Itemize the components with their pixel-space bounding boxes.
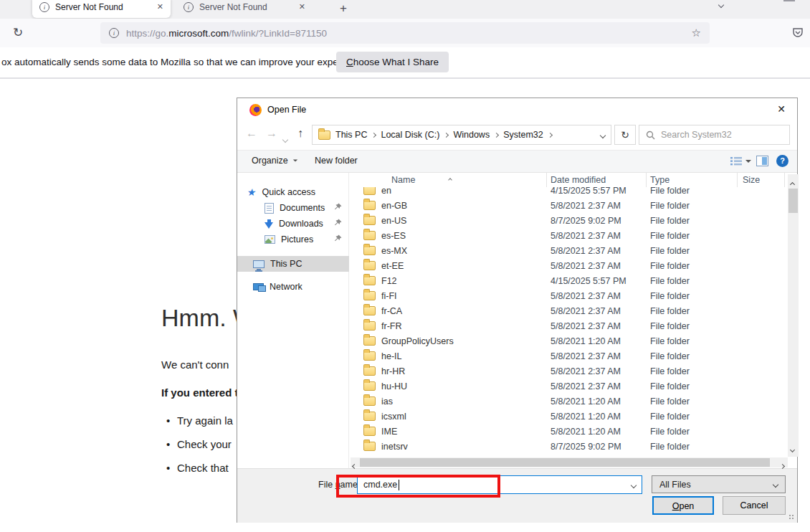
tab-close-icon[interactable]: ✕ <box>299 2 305 11</box>
sidebar-item-pictures[interactable]: Pictures <box>237 232 349 247</box>
file-row[interactable]: es-MX 5/8/2021 2:37 AM File folder <box>349 243 788 258</box>
file-row[interactable]: en 4/15/2025 5:57 PM File folder <box>349 187 788 198</box>
file-row[interactable]: IME 5/8/2021 1:20 AM File folder <box>349 424 788 439</box>
folder-icon <box>363 351 376 361</box>
tab-close-icon[interactable]: ✕ <box>157 2 163 11</box>
file-name: hr-HR <box>381 366 405 376</box>
sidebar-item-network[interactable]: Network <box>237 279 349 295</box>
scroll-up-icon[interactable] <box>791 179 794 189</box>
folder-icon <box>363 201 376 210</box>
list-item: Check your <box>177 438 233 450</box>
minimize-icon[interactable] <box>783 0 795 1</box>
annotation-red-box <box>336 475 500 498</box>
cancel-button[interactable]: Cancel <box>723 496 786 515</box>
change-view-button[interactable] <box>730 156 751 166</box>
forward-icon[interactable]: → <box>266 127 277 140</box>
resize-grip-icon[interactable] <box>789 515 795 521</box>
breadcrumb[interactable]: This PCLocal Disk (C:)WindowsSystem32 <box>312 125 611 145</box>
column-header-type[interactable]: Type <box>647 173 738 187</box>
file-name-dropdown-icon[interactable] <box>632 480 636 490</box>
file-list-area: Name Date modified Type Size en 4/15/202… <box>349 173 799 468</box>
site-info-icon[interactable]: i <box>109 28 119 38</box>
breadcrumb-item[interactable]: System32 <box>503 130 543 140</box>
file-name: en <box>381 187 391 196</box>
file-type: File folder <box>647 246 738 256</box>
folder-icon <box>363 306 376 315</box>
breadcrumb-item[interactable]: Windows <box>453 130 490 140</box>
file-type-select[interactable]: All Files <box>652 475 786 493</box>
sidebar-item-downloads[interactable]: Downloads <box>237 216 349 232</box>
scroll-down-icon[interactable] <box>791 444 794 454</box>
tab-server-not-found-inactive[interactable]: i Server Not Found ✕ <box>176 0 313 18</box>
preview-pane-button[interactable] <box>756 156 768 166</box>
file-row[interactable]: et-EE 5/8/2021 2:37 AM File folder <box>349 258 788 273</box>
pocket-icon[interactable] <box>791 26 804 42</box>
vertical-scrollbar[interactable] <box>788 174 799 457</box>
sidebar-item-quick-access[interactable]: ★ Quick access <box>237 184 349 200</box>
vertical-scrollbar-thumb[interactable] <box>788 189 798 213</box>
sidebar-item-documents[interactable]: Documents <box>237 200 349 216</box>
column-header-date-modified[interactable]: Date modified <box>547 173 647 187</box>
file-name: ias <box>381 396 393 407</box>
breadcrumb-item[interactable]: Local Disk (C:) <box>381 130 439 140</box>
file-row[interactable]: icsxml 5/8/2021 1:20 AM File folder <box>349 409 788 424</box>
sidebar-item-this-pc[interactable]: This PC <box>237 256 349 272</box>
file-row[interactable]: he-IL 5/8/2021 2:37 AM File folder <box>349 348 788 364</box>
up-icon[interactable]: ↑ <box>297 127 303 140</box>
file-row[interactable]: fr-CA 5/8/2021 2:37 AM File folder <box>349 303 788 318</box>
dialog-toolbar: Organize New folder ? <box>237 150 797 173</box>
new-folder-button[interactable]: New folder <box>315 156 358 166</box>
search-box[interactable]: Search System32 <box>639 125 790 145</box>
dialog-title-bar[interactable]: Open File ✕ <box>237 98 797 122</box>
scroll-left-icon[interactable] <box>353 460 356 470</box>
file-row[interactable]: F12 4/15/2025 5:57 PM File folder <box>349 273 788 288</box>
file-type: File folder <box>647 216 738 226</box>
breadcrumb-chevron-icon[interactable] <box>444 133 448 137</box>
folder-icon <box>363 336 376 346</box>
tab-server-not-found-active[interactable]: i Server Not Found ✕ <box>32 0 171 18</box>
folder-icon <box>363 216 376 225</box>
breadcrumb-item[interactable]: This PC <box>335 130 367 140</box>
refresh-icon[interactable]: ↻ <box>614 125 636 145</box>
file-row[interactable]: en-GB 5/8/2021 2:37 AM File folder <box>349 198 788 213</box>
open-button[interactable]: Open <box>652 496 714 515</box>
file-row[interactable]: inetsrv 8/7/2025 9:02 PM File folder <box>349 439 788 454</box>
column-headers: Name Date modified Type Size <box>349 173 788 187</box>
breadcrumb-chevron-icon[interactable] <box>495 133 498 137</box>
recent-locations-icon[interactable] <box>283 132 287 145</box>
file-name: icsxml <box>381 412 406 422</box>
dialog-footer: File name: cmd.exe All Files Open Cancel <box>237 468 797 523</box>
horizontal-scrollbar-thumb[interactable] <box>360 458 770 467</box>
file-row[interactable]: hr-HR 5/8/2021 2:37 AM File folder <box>349 364 788 379</box>
horizontal-scrollbar[interactable] <box>351 457 788 467</box>
list-all-tabs-icon[interactable] <box>719 0 723 10</box>
file-row[interactable]: es-ES 5/8/2021 2:37 AM File folder <box>349 228 788 243</box>
file-row[interactable]: ias 5/8/2021 1:20 AM File folder <box>349 394 788 409</box>
breadcrumb-chevron-icon[interactable] <box>548 133 552 137</box>
file-row[interactable]: GroupPolicyUsers 5/8/2021 1:20 AM File f… <box>349 333 788 348</box>
network-icon <box>253 283 264 290</box>
choose-what-i-share-button[interactable]: Choose What I Share <box>336 52 449 72</box>
reload-icon[interactable]: ↻ <box>13 25 23 40</box>
file-date-modified: 5/8/2021 1:20 AM <box>547 336 647 346</box>
file-date-modified: 5/8/2021 1:20 AM <box>547 412 647 422</box>
file-row[interactable]: fi-FI 5/8/2021 2:37 AM File folder <box>349 288 788 303</box>
organize-button[interactable]: Organize <box>252 156 298 166</box>
file-row[interactable]: fr-FR 5/8/2021 2:37 AM File folder <box>349 318 788 333</box>
bookmark-star-icon[interactable]: ☆ <box>692 27 701 39</box>
screen: i Server Not Found ✕ i Server Not Found … <box>0 0 810 532</box>
url-bar[interactable]: i https://go.microsoft.com/fwlink/?LinkI… <box>100 22 710 44</box>
scroll-right-icon[interactable] <box>781 460 784 470</box>
back-icon[interactable]: ← <box>246 127 257 140</box>
file-date-modified: 8/7/2025 9:02 PM <box>547 216 647 226</box>
file-row[interactable]: hu-HU 5/8/2021 2:37 AM File folder <box>349 379 788 394</box>
file-date-modified: 5/8/2021 2:37 AM <box>547 351 647 361</box>
file-name: es-MX <box>381 246 407 256</box>
help-icon[interactable]: ? <box>776 155 788 167</box>
file-row[interactable]: en-US 8/7/2025 9:02 PM File folder <box>349 213 788 228</box>
new-tab-button[interactable]: + <box>340 1 347 16</box>
dialog-close-icon[interactable]: ✕ <box>777 103 786 115</box>
column-header-size[interactable]: Size <box>738 173 785 187</box>
breadcrumb-chevron-icon[interactable] <box>372 133 376 137</box>
address-dropdown-icon[interactable] <box>601 130 605 140</box>
